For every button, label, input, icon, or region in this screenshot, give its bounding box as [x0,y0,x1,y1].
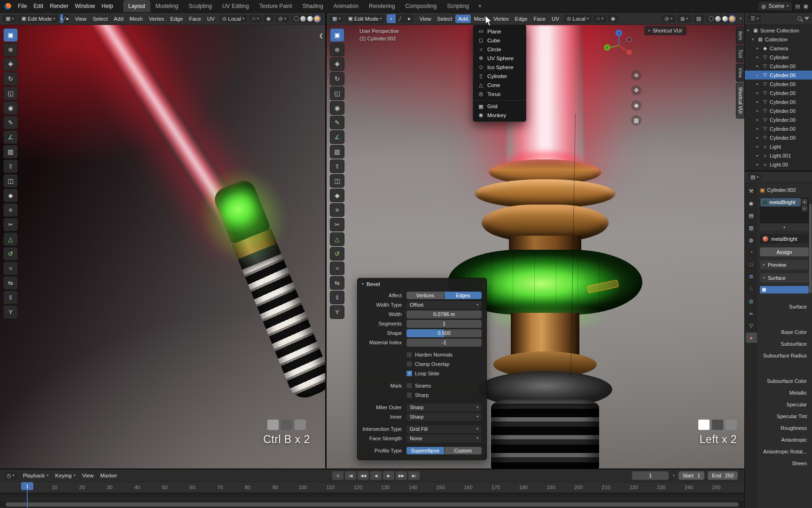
preview-panel-header[interactable]: ▸ Preview [760,260,809,270]
inset-faces-tool[interactable]: ◫ [3,174,18,188]
workspace-tab[interactable]: Shading [297,0,328,12]
outliner-row[interactable]: ▸ ▽ Cylinder.00 [745,79,812,88]
object-tab[interactable]: □ [746,259,757,270]
shading-options-icon[interactable]: ▾ [740,17,742,21]
rip-region-tool[interactable]: Y [3,305,18,319]
viewport-left[interactable]: ▦▾ ▣Edit Mode▾ ▪ ╱ ■ ViewSelectAddMeshVe… [0,13,327,468]
workspace-tab[interactable]: UV Editing [217,0,254,12]
workspace-tab[interactable]: Texture Paint [254,0,297,12]
workspace-tab[interactable]: Scripting [442,0,474,12]
shape-slider[interactable]: 0.500 [406,329,482,337]
timeline-scrollbar[interactable] [0,501,744,508]
playhead[interactable]: 1 [21,482,33,508]
pan-hand-icon[interactable]: ✥ [631,85,641,95]
add-menu-item[interactable]: ◉ Monkey [473,111,526,119]
timeline-menu[interactable]: Marker ▾ [97,471,120,480]
viewport-menu[interactable]: UV [549,15,562,23]
viewport-menu[interactable]: Face [186,15,204,23]
auto-keyframe-button[interactable]: ⊙ [332,471,344,480]
face-select-mode-button[interactable]: ■ [66,14,69,23]
disclosure-triangle-icon[interactable]: ▸ [757,162,762,167]
play-button[interactable]: ▶ [383,471,394,480]
disclosure-triangle-icon[interactable]: ▾ [752,37,757,41]
viewport-menu[interactable]: Select [90,15,110,23]
add-workspace-button[interactable]: + [475,3,485,9]
disclosure-triangle-icon[interactable]: ▸ [757,100,762,104]
viewport-right-canvas[interactable]: User Perspective (1) Cylinder.002 ▣ [327,25,744,468]
outliner-row[interactable]: ▾ ▦ Scene Collection [745,26,812,35]
remove-material-slot-button[interactable]: − [802,206,807,211]
move-tool[interactable]: ✚ [3,57,18,71]
world-tab[interactable]: ◔ [746,247,757,257]
workspace-tab[interactable]: Animation [328,0,364,12]
physics-tab[interactable]: ◎ [746,296,757,306]
outliner-row[interactable]: ▸ ◆ Camera [745,44,812,53]
add-cube-tool[interactable]: ▧ [3,145,18,159]
editor-type-button[interactable]: ▦▾ [3,15,16,23]
bevel-operator-panel[interactable]: ▾ Bevel Affect Vertices Edges [357,278,487,460]
outliner-row[interactable]: ▸ ▽ Cylinder.00 [745,115,812,124]
annotate-tool[interactable]: ✎ [330,116,344,129]
smooth-tool[interactable]: ≈ [330,262,344,275]
x-axis-handle[interactable] [627,50,632,55]
bevel-tool[interactable]: ◆ [3,189,18,202]
disclosure-triangle-icon[interactable]: ▸ [757,109,762,113]
proportional-edit-button[interactable]: ◉ [608,15,618,23]
transform-tool[interactable]: ◉ [330,101,344,115]
material-index-field[interactable]: -1 [406,339,482,347]
bevel-panel-header[interactable]: ▾ Bevel [358,278,486,290]
timeline-menu[interactable]: Playback ▾ [20,471,52,480]
output-tab[interactable]: ▤ [746,210,757,221]
knife-tool[interactable]: ✂ [3,218,18,231]
harden-normals-checkbox[interactable]: Harden Normals [406,350,486,359]
disclosure-triangle-icon[interactable]: ▸ [757,144,762,149]
disclosure-triangle-icon[interactable]: ▸ [757,64,762,68]
add-menu-item[interactable]: ▦ Grid [473,100,526,111]
rip-region-tool[interactable]: Y [330,305,344,319]
measure-tool[interactable]: ∠ [3,130,18,144]
outliner-row[interactable]: ▸ ☼ Light [745,142,812,151]
shortcut-panel-header[interactable]: ▸ Shortcut VUr [644,26,687,35]
navigation-gizmo[interactable]: Z Y [601,27,637,63]
viewport-menu[interactable]: Select [434,15,455,23]
add-menu-item[interactable]: ▯ Cylinder [473,71,526,80]
sidebar-collapse-arrow[interactable]: ❮ [319,32,323,39]
width-field[interactable]: 0.0786 m [406,310,482,318]
editor-type-button[interactable]: ◷▾ [4,472,17,480]
miter-outer-dropdown[interactable]: Sharp▾ [406,404,482,412]
assign-button[interactable]: Assign [760,247,809,256]
camera-view-icon[interactable]: ◉ [631,100,641,111]
viewport-3d-scene[interactable] [0,25,325,468]
sidebar-tab[interactable]: Item [736,27,744,44]
add-menu-item[interactable]: △ Cone [473,80,526,89]
transform-orientation-selector[interactable]: ◎Local▾ [219,15,247,23]
zoom-icon[interactable]: ⊕ [631,70,641,80]
outliner-row[interactable]: ▸ ▽ Cylinder.00 [745,71,812,79]
extrude-region-tool[interactable]: ⇧ [330,159,344,173]
workspace-tab[interactable]: Modeling [150,0,184,12]
add-cube-tool[interactable]: ▧ [330,145,344,159]
rotate-tool[interactable]: ↻ [3,72,18,86]
editor-type-button[interactable]: ▤▾ [748,173,761,181]
wireframe-shading-button[interactable] [709,16,714,21]
sidebar-tab[interactable]: View [736,64,744,82]
miter-inner-dropdown[interactable]: Sharp▾ [406,413,482,421]
face-select-mode-button[interactable]: ■ [405,14,414,23]
edge-select-mode-button[interactable]: ╱ [396,14,405,23]
add-menu-item[interactable]: ▭ Plane [473,27,526,36]
scene-selector[interactable]: ◍ Scene ▾ [758,2,792,10]
material-tab[interactable]: ● [746,333,757,343]
disclosure-triangle-icon[interactable]: ▸ [757,91,762,95]
editor-type-button[interactable]: ▦▾ [329,15,343,23]
tool-tab[interactable]: ⚒ [746,186,757,196]
profile-custom-button[interactable]: Custom [445,447,482,454]
snap-toggle-button[interactable]: ∩▾ [249,15,262,23]
active-node-row[interactable] [760,286,809,294]
viewport-menu[interactable]: Mesh [127,15,146,23]
add-menu-item[interactable]: ◇ Ico Sphere [473,63,526,71]
snap-toggle-button[interactable]: ∩▾ [593,15,606,23]
affect-vertices-button[interactable]: Vertices [406,292,444,299]
measure-tool[interactable]: ∠ [330,130,344,144]
show-gizmos-button[interactable]: ◎▾ [275,15,289,23]
viewport-menu[interactable]: UV [204,15,218,23]
